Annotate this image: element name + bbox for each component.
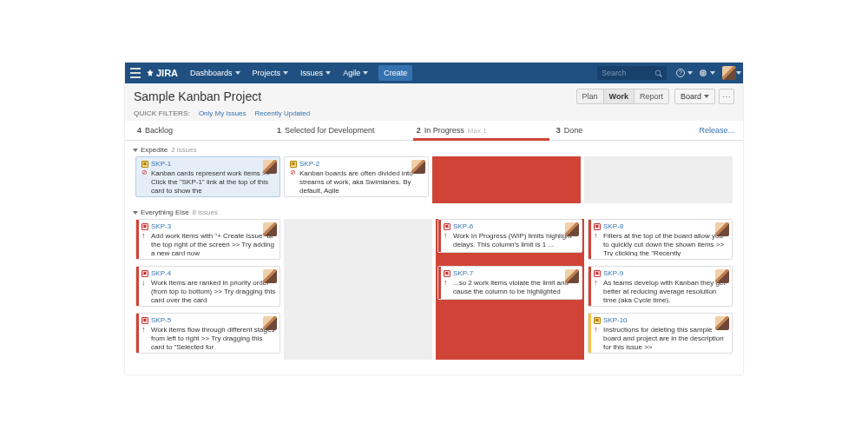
priority-icon: ↑: [444, 279, 450, 287]
swimlane-row: ▣ SKP-1 ⊘ Kanban cards represent work it…: [134, 156, 734, 203]
issue-type-icon: ▣: [141, 223, 148, 230]
kanban-card[interactable]: ▣ SKP-9 ↑ As teams develop with Kanban t…: [588, 266, 733, 307]
svg-point-3: [702, 72, 705, 75]
wip-over-zone[interactable]: [432, 156, 581, 203]
nav-issues[interactable]: Issues: [295, 65, 336, 81]
issue-key[interactable]: SKP-7: [453, 269, 473, 278]
card-summary: Instructions for deleting this sample bo…: [603, 326, 728, 350]
kanban-card[interactable]: ▣ SKP-2 ⊘ Kanban boards are often divide…: [284, 156, 429, 197]
kanban-card[interactable]: ▣ SKP-1 ⊘ Kanban cards represent work it…: [135, 156, 280, 197]
kanban-card[interactable]: ▣ SKP-5 ↑ Work items flow through differ…: [135, 313, 280, 354]
kanban-card[interactable]: ▣ SKP-10 ↑ Instructions for deleting thi…: [588, 313, 733, 354]
jira-logo[interactable]: JIRA: [146, 68, 178, 78]
gear-icon: [699, 69, 707, 77]
drop-zone[interactable]: [284, 266, 432, 313]
issue-key[interactable]: SKP-3: [151, 222, 171, 231]
create-button[interactable]: Create: [378, 65, 412, 81]
priority-icon: ⊘: [290, 169, 297, 176]
column-done: 3Done: [553, 121, 693, 140]
issue-key[interactable]: SKP-9: [603, 269, 623, 278]
assignee-avatar: [715, 222, 729, 236]
settings-button[interactable]: [696, 66, 710, 80]
kanban-card[interactable]: ▣ SKP-3 ↑ Add work items with "+ Create …: [135, 219, 280, 260]
board-body: Expedite 2 issues ▣ SKP-1 ⊘ Kanban cards…: [125, 141, 743, 360]
user-menu[interactable]: [722, 66, 736, 80]
avatar-icon: [722, 66, 736, 80]
chevron-down-icon: [133, 211, 138, 215]
assignee-avatar: [715, 269, 729, 283]
card-summary: Work items are ranked in priority order …: [151, 279, 276, 303]
column-cell[interactable]: ▣ SKP-4 ↓ Work items are ranked in prior…: [134, 266, 282, 313]
assignee-avatar: [715, 316, 729, 330]
nav-dashboards[interactable]: Dashboards: [185, 65, 246, 81]
column-cell[interactable]: ▣ SKP-3 ↑ Add work items with "+ Create …: [134, 219, 282, 266]
issue-key[interactable]: SKP-10: [603, 316, 628, 325]
kanban-card[interactable]: ▣ SKP-6 ↑ Work In Progress (WIP) limits …: [437, 219, 582, 253]
issue-key[interactable]: SKP-8: [603, 222, 623, 231]
logo-text: JIRA: [156, 68, 178, 78]
drop-zone[interactable]: [584, 156, 733, 203]
drop-zone[interactable]: [284, 219, 432, 266]
chevron-down-icon: [736, 71, 741, 75]
column-cell[interactable]: ▣ SKP-2 ⊘ Kanban boards are often divide…: [282, 156, 431, 203]
search-placeholder: Search: [602, 69, 654, 77]
issue-type-icon: ▣: [444, 223, 450, 230]
column-cell[interactable]: ▣ SKP-1 ⊘ Kanban cards represent work it…: [134, 156, 282, 203]
issue-type-icon: ▣: [141, 317, 148, 324]
assignee-avatar: [263, 316, 277, 330]
chevron-down-icon: [363, 71, 368, 75]
column-headers: 4Backlog 1Selected for Development 2In P…: [125, 121, 743, 141]
column-cell[interactable]: ▣ SKP-8 ↑ Filters at the top of the boar…: [586, 219, 734, 266]
view-report[interactable]: Report: [635, 89, 669, 104]
chevron-down-icon: [283, 71, 288, 75]
swimlane-name: Expedite: [141, 146, 168, 154]
column-cell[interactable]: ▣ SKP-6 ↑ Work In Progress (WIP) limits …: [436, 219, 584, 266]
nav-projects[interactable]: Projects: [247, 65, 294, 81]
chevron-down-icon: [326, 71, 331, 75]
chevron-down-icon: [133, 149, 138, 152]
svg-point-2: [700, 70, 706, 76]
column-cell[interactable]: ▣ SKP-7 ↑ ...so 2 work items violate the…: [436, 266, 584, 313]
issue-type-icon: ▣: [594, 270, 601, 277]
quick-filter-only-my-issues[interactable]: Only My Issues: [199, 109, 247, 117]
drop-zone[interactable]: [284, 313, 432, 360]
priority-icon: ↓: [141, 279, 148, 287]
assignee-avatar: [411, 160, 425, 174]
top-navbar: JIRA Dashboards Projects Issues Agile Cr…: [125, 63, 743, 83]
hamburger-icon[interactable]: [130, 68, 141, 78]
swimlane-header[interactable]: Expedite 2 issues: [134, 141, 734, 156]
swimlane-count: 8 issues: [193, 209, 218, 216]
kanban-card[interactable]: ▣ SKP-7 ↑ ...so 2 work items violate the…: [437, 266, 582, 300]
wip-over-zone[interactable]: [436, 313, 584, 360]
help-button[interactable]: ?: [674, 66, 687, 80]
quick-filters-label: QUICK FILTERS:: [134, 109, 190, 117]
swimlane-header[interactable]: Everything Else 8 issues: [134, 203, 734, 219]
view-work[interactable]: Work: [604, 89, 635, 104]
page-title: Sample Kanban Project: [134, 89, 576, 103]
search-input[interactable]: Search: [597, 66, 667, 80]
board-dropdown[interactable]: Board: [674, 89, 715, 104]
issue-key[interactable]: SKP-1: [151, 160, 171, 169]
priority-icon: ↑: [594, 326, 601, 334]
release-link[interactable]: Release...: [693, 121, 735, 140]
kanban-card[interactable]: ▣ SKP-4 ↓ Work items are ranked in prior…: [135, 266, 280, 307]
help-icon: ?: [676, 69, 685, 77]
jira-app: JIRA Dashboards Projects Issues Agile Cr…: [125, 63, 743, 374]
ellipsis-icon: ⋯: [722, 92, 732, 102]
column-cell[interactable]: ▣ SKP-5 ↑ Work items flow through differ…: [134, 313, 282, 360]
column-cell[interactable]: ▣ SKP-9 ↑ As teams develop with Kanban t…: [586, 266, 734, 313]
issue-key[interactable]: SKP-2: [299, 160, 319, 169]
view-switcher: Plan Work Report: [576, 89, 669, 104]
issue-key[interactable]: SKP-5: [151, 316, 171, 325]
quick-filter-recently-updated[interactable]: Recently Updated: [255, 109, 311, 117]
column-cell[interactable]: ▣ SKP-10 ↑ Instructions for deleting thi…: [586, 313, 734, 360]
priority-icon: ↑: [141, 232, 148, 240]
issue-key[interactable]: SKP-6: [453, 222, 473, 231]
kanban-card[interactable]: ▣ SKP-8 ↑ Filters at the top of the boar…: [588, 219, 733, 260]
priority-icon: ↑: [594, 279, 601, 287]
chevron-down-icon: [235, 71, 240, 75]
nav-agile[interactable]: Agile: [338, 65, 373, 81]
issue-key[interactable]: SKP-4: [151, 269, 171, 278]
view-plan[interactable]: Plan: [576, 89, 604, 104]
board-tools-button[interactable]: ⋯: [719, 89, 734, 104]
